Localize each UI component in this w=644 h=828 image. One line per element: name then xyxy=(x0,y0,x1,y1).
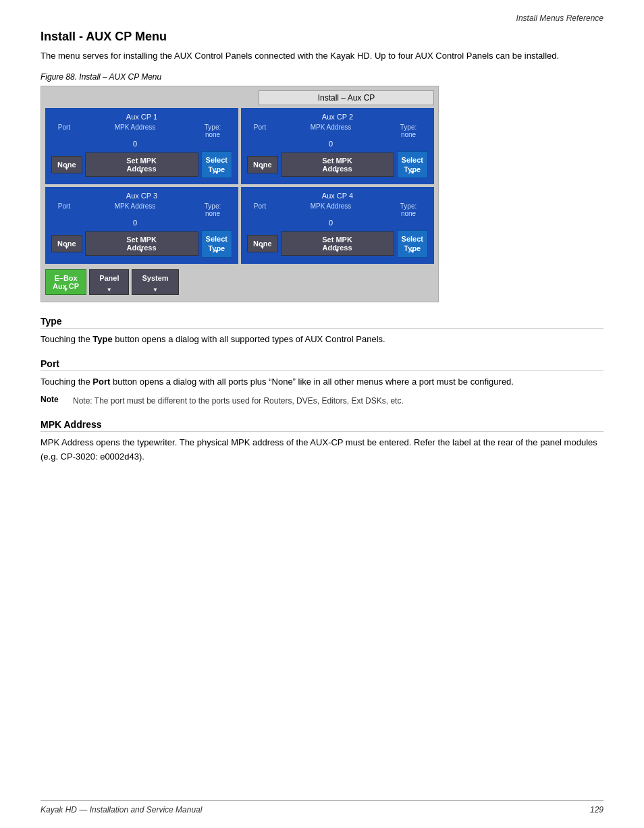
aux-cp-3-set-mpk-button[interactable]: Set MPKAddress xyxy=(85,231,198,256)
mpk-section-text: MPK Address opens the typewriter. The ph… xyxy=(41,436,603,464)
mpk-section-title: MPK Address xyxy=(41,419,603,432)
aux-cp-1-none-button[interactable]: None xyxy=(51,156,82,173)
aux-cp-1-select-type-button[interactable]: SelectType xyxy=(201,151,232,179)
aux-panels-grid: Aux CP 1 Port MPK Address Type:none 0 No… xyxy=(45,108,434,264)
aux-cp-3-port-value xyxy=(54,219,74,227)
aux-cp-2-set-mpk-button[interactable]: Set MPKAddress xyxy=(281,153,394,177)
aux-cp-4-port-label: Port xyxy=(250,202,270,217)
port-section-title: Port xyxy=(41,358,603,371)
aux-cp-3-mpk-label: MPK Address xyxy=(74,202,196,217)
system-button[interactable]: System xyxy=(132,269,178,295)
aux-cp-2-port-value xyxy=(250,140,270,148)
aux-cp-4-panel: Aux CP 4 Port MPK Address Type:none 0 No… xyxy=(241,187,434,264)
aux-cp-1-panel: Aux CP 1 Port MPK Address Type:none 0 No… xyxy=(45,108,238,185)
aux-cp-2-panel: Aux CP 2 Port MPK Address Type:none 0 No… xyxy=(241,108,434,185)
intro-text: The menu serves for installing the AUX C… xyxy=(41,49,603,63)
aux-cp-3-panel: Aux CP 3 Port MPK Address Type:none 0 No… xyxy=(45,187,238,264)
figure-caption: Figure 88. Install – AUX CP Menu xyxy=(41,72,603,82)
bottom-buttons-row: E–BoxAux CP Panel System xyxy=(45,267,434,298)
aux-cp-4-port-value xyxy=(250,219,270,227)
footer-right: 129 xyxy=(590,805,603,815)
note-text: Note: The port must be different to the … xyxy=(73,395,404,407)
note-row: Note Note: The port must be different to… xyxy=(41,395,603,407)
aux-cp-3-mpk-value: 0 xyxy=(74,219,196,227)
mpk-section: MPK Address MPK Address opens the typewr… xyxy=(41,419,603,464)
aux-cp-1-mpk-label: MPK Address xyxy=(74,123,196,138)
aux-cp-4-select-type-button[interactable]: SelectType xyxy=(397,230,428,258)
aux-cp-4-mpk-label: MPK Address xyxy=(270,202,392,217)
menu-header: Install – Aux CP xyxy=(259,90,434,105)
aux-cp-1-port-label: Port xyxy=(54,123,74,138)
aux-cp-1-port-value xyxy=(54,140,74,148)
aux-cp-4-mpk-value: 0 xyxy=(270,219,392,227)
note-label: Note xyxy=(41,395,65,407)
page-footer: Kayak HD — Installation and Service Manu… xyxy=(41,800,603,815)
aux-cp-4-type-label: Type:none xyxy=(392,202,425,217)
panel-button[interactable]: Panel xyxy=(89,269,129,295)
aux-cp-3-title: Aux CP 3 xyxy=(51,192,232,200)
aux-cp-2-mpk-value: 0 xyxy=(270,140,392,148)
aux-cp-1-mpk-value: 0 xyxy=(74,140,196,148)
aux-cp-1-set-mpk-button[interactable]: Set MPKAddress xyxy=(85,153,198,177)
ebox-aux-cp-button[interactable]: E–BoxAux CP xyxy=(45,269,86,295)
type-section: Type Touching the Type button opens a di… xyxy=(41,316,603,347)
aux-cp-3-type-value xyxy=(196,219,230,227)
aux-cp-2-type-label: Type:none xyxy=(392,123,425,138)
aux-cp-3-type-label: Type:none xyxy=(196,202,230,217)
aux-cp-1-type-label: Type:none xyxy=(196,123,230,138)
aux-cp-3-port-label: Port xyxy=(54,202,74,217)
aux-cp-1-title: Aux CP 1 xyxy=(51,113,232,121)
aux-cp-2-mpk-label: MPK Address xyxy=(270,123,392,138)
aux-cp-4-set-mpk-button[interactable]: Set MPKAddress xyxy=(281,231,394,256)
aux-cp-2-title: Aux CP 2 xyxy=(247,113,428,121)
aux-cp-2-type-value xyxy=(392,140,425,148)
aux-cp-2-port-label: Port xyxy=(250,123,270,138)
page-title: Install - AUX CP Menu xyxy=(41,30,603,44)
type-section-title: Type xyxy=(41,316,603,329)
type-section-text: Touching the Type button opens a dialog … xyxy=(41,333,603,347)
footer-left: Kayak HD — Installation and Service Manu… xyxy=(41,805,202,815)
port-section: Port Touching the Port button opens a di… xyxy=(41,358,603,407)
aux-cp-1-type-value xyxy=(196,140,230,148)
aux-cp-4-type-value xyxy=(392,219,425,227)
aux-cp-4-title: Aux CP 4 xyxy=(247,192,428,200)
aux-cp-3-select-type-button[interactable]: SelectType xyxy=(201,230,232,258)
aux-cp-3-none-button[interactable]: None xyxy=(51,235,82,252)
port-section-text: Touching the Port button opens a dialog … xyxy=(41,375,603,389)
header-top-right: Install Menus Reference xyxy=(41,13,603,23)
menu-container: Install – Aux CP Aux CP 1 Port MPK Addre… xyxy=(41,86,439,302)
aux-cp-4-none-button[interactable]: None xyxy=(247,235,278,252)
aux-cp-2-none-button[interactable]: None xyxy=(247,156,278,173)
aux-cp-2-select-type-button[interactable]: SelectType xyxy=(397,151,428,179)
